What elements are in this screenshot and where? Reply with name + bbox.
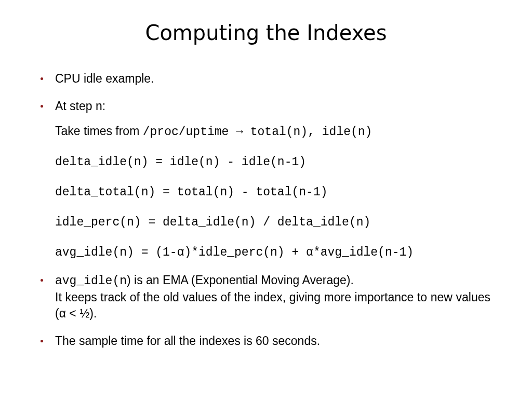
bullet-list: CPU idle example. At step n: Take times … bbox=[36, 71, 496, 349]
sub-delta-idle: delta_idle(n) = idle(n) - idle(n-1) bbox=[55, 155, 490, 170]
ema-code: avg_idle(n bbox=[55, 274, 127, 288]
sub-avg-idle: avg_idle(n) = (1-α)*idle_perc(n) + α*avg… bbox=[55, 245, 490, 261]
bullet-text: At step n: bbox=[55, 99, 105, 113]
bullet-text: CPU idle example. bbox=[55, 72, 154, 85]
slide: Computing the Indexes CPU idle example. … bbox=[0, 0, 532, 399]
bullet-step-n: At step n: Take times from /proc/uptime … bbox=[36, 98, 490, 261]
bullet-text: The sample time for all the indexes is 6… bbox=[55, 334, 320, 348]
bullet-sample-time: The sample time for all the indexes is 6… bbox=[36, 333, 490, 349]
bullet-cpu-idle: CPU idle example. bbox=[36, 71, 490, 87]
sub-delta-total: delta_total(n) = total(n) - total(n-1) bbox=[55, 185, 490, 201]
sub-idle-perc: idle_perc(n) = delta_idle(n) / delta_idl… bbox=[55, 215, 490, 231]
ema-line1: ) is an EMA (Exponential Moving Average)… bbox=[127, 273, 354, 287]
ema-line2: It keeps track of the old values of the … bbox=[55, 289, 490, 322]
bullet-ema: avg_idle(n) is an EMA (Exponential Movin… bbox=[36, 272, 490, 322]
sub-take-times: Take times from /proc/uptime → total(n),… bbox=[55, 124, 490, 140]
slide-title: Computing the Indexes bbox=[36, 21, 496, 45]
sub-text: Take times from bbox=[55, 124, 143, 138]
sub-code: /proc/uptime → total(n), idle(n) bbox=[143, 125, 373, 139]
